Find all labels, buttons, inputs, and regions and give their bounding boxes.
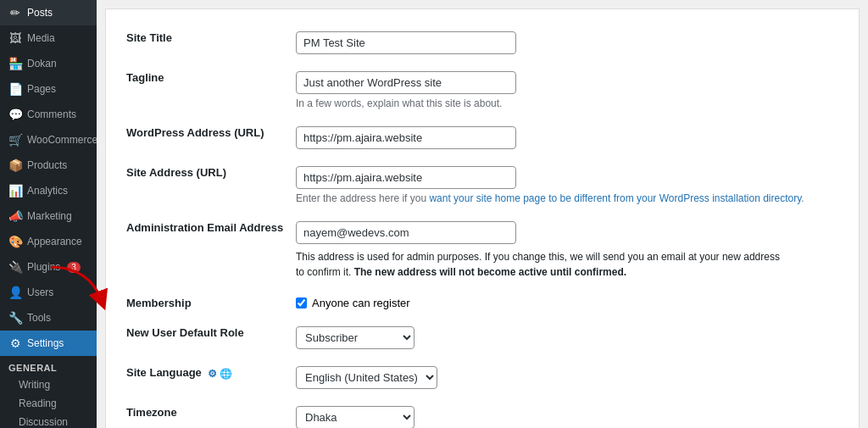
sidebar-item-plugins[interactable]: 🔌 Plugins 3 xyxy=(0,254,97,280)
site-address-input[interactable] xyxy=(296,166,516,189)
sidebar-item-pages[interactable]: 📄 Pages xyxy=(0,76,97,102)
membership-checkbox-label[interactable]: Anyone can register xyxy=(296,297,838,309)
site-address-row: Site Address (URL) Enter the address her… xyxy=(123,158,842,213)
sidebar-item-comments[interactable]: 💬 Comments xyxy=(0,102,97,127)
membership-checkbox[interactable] xyxy=(296,297,307,308)
site-address-link[interactable]: want your site home page to be different… xyxy=(429,192,801,204)
site-title-input[interactable] xyxy=(296,31,516,54)
media-icon: 🖼 xyxy=(8,31,22,45)
admin-email-label: Administration Email Address xyxy=(123,213,292,288)
sidebar-item-dokan[interactable]: 🏪 Dokan xyxy=(0,51,97,76)
general-section-header: General xyxy=(0,356,97,375)
woocommerce-icon: 🛒 xyxy=(8,133,22,147)
globe-icon: 🌐 xyxy=(220,368,232,380)
users-icon: 👤 xyxy=(8,286,22,299)
site-title-label: Site Title xyxy=(123,23,292,63)
tagline-label: Tagline xyxy=(123,63,292,118)
membership-label: Membership xyxy=(123,288,292,318)
sidebar-item-products[interactable]: 📦 Products xyxy=(0,153,97,178)
timezone-label: Timezone xyxy=(123,397,292,428)
plugins-icon: 🔌 xyxy=(8,260,22,274)
site-language-select[interactable]: English (United States) xyxy=(296,366,437,389)
dokan-icon: 🏪 xyxy=(8,57,22,70)
marketing-icon: 📣 xyxy=(8,209,22,223)
sidebar-item-woocommerce[interactable]: 🛒 WooCommerce xyxy=(0,127,97,153)
tagline-input[interactable] xyxy=(296,71,516,94)
timezone-row: Timezone Dhaka Choose either a city in t… xyxy=(123,397,842,428)
timezone-select[interactable]: Dhaka xyxy=(296,406,415,428)
sidebar-item-marketing[interactable]: 📣 Marketing xyxy=(0,203,97,229)
plugins-badge: 3 xyxy=(67,262,81,273)
new-user-role-label: New User Default Role xyxy=(123,318,292,358)
new-user-role-select[interactable]: Subscriber Contributor Author Editor Adm… xyxy=(296,326,415,349)
products-icon: 📦 xyxy=(8,158,22,172)
tagline-description: In a few words, explain what this site i… xyxy=(296,97,838,109)
sidebar-item-users[interactable]: 👤 Users xyxy=(0,280,97,305)
analytics-icon: 📊 xyxy=(8,184,22,197)
site-title-row: Site Title xyxy=(123,23,842,63)
sidebar: ✏ Posts 🖼 Media 🏪 Dokan 📄 Pages 💬 Commen… xyxy=(0,0,97,428)
comments-icon: 💬 xyxy=(8,108,22,121)
admin-email-description: This address is used for admin purposes.… xyxy=(296,249,787,280)
main-content: Site Title Tagline In a few words, expla… xyxy=(97,0,868,428)
sidebar-item-tools[interactable]: 🔧 Tools xyxy=(0,305,97,331)
pages-icon: 📄 xyxy=(8,82,22,96)
sidebar-item-appearance[interactable]: 🎨 Appearance xyxy=(0,229,97,254)
language-icons: ⚙ 🌐 xyxy=(208,368,232,380)
sidebar-sub-writing[interactable]: Writing xyxy=(0,375,97,394)
tagline-row: Tagline In a few words, explain what thi… xyxy=(123,63,842,118)
admin-email-row: Administration Email Address This addres… xyxy=(123,213,842,288)
appearance-icon: 🎨 xyxy=(8,235,22,248)
sidebar-sub-reading[interactable]: Reading xyxy=(0,394,97,413)
settings-form: Site Title Tagline In a few words, expla… xyxy=(105,8,860,428)
sidebar-sub-discussion[interactable]: Discussion xyxy=(0,413,97,428)
wp-address-input[interactable] xyxy=(296,126,516,149)
membership-row: Membership Anyone can register xyxy=(123,288,842,318)
sidebar-item-settings[interactable]: ⚙ Settings xyxy=(0,331,97,356)
sidebar-item-posts[interactable]: ✏ Posts xyxy=(0,0,97,25)
site-address-description: Enter the address here if you want your … xyxy=(296,192,838,204)
site-address-label: Site Address (URL) xyxy=(123,158,292,213)
tools-icon: 🔧 xyxy=(8,311,22,325)
site-language-row: Site Language ⚙ 🌐 English (United States… xyxy=(123,358,842,397)
site-language-label: Site Language ⚙ 🌐 xyxy=(123,358,292,397)
translate-icon: ⚙ xyxy=(208,368,217,380)
settings-icon: ⚙ xyxy=(8,336,22,350)
wp-address-label: WordPress Address (URL) xyxy=(123,118,292,158)
posts-icon: ✏ xyxy=(8,6,22,19)
new-user-role-row: New User Default Role Subscriber Contrib… xyxy=(123,318,842,358)
wp-address-row: WordPress Address (URL) xyxy=(123,118,842,158)
admin-email-input[interactable] xyxy=(296,221,516,244)
general-settings-table: Site Title Tagline In a few words, expla… xyxy=(123,23,842,428)
sidebar-item-media[interactable]: 🖼 Media xyxy=(0,25,97,51)
sidebar-item-analytics[interactable]: 📊 Analytics xyxy=(0,178,97,203)
